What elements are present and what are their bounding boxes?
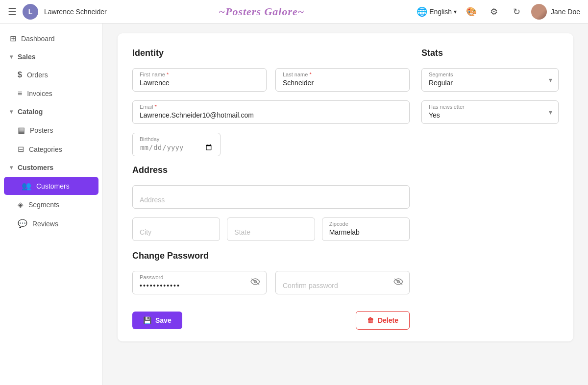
orders-icon: $ <box>18 71 22 79</box>
lang-chevron-icon: ▾ <box>454 8 457 15</box>
delete-button[interactable]: 🗑 Delete <box>356 311 410 330</box>
segments-select[interactable]: Regular Premium VIP <box>429 79 551 87</box>
invoices-icon: ≡ <box>18 89 22 98</box>
newsletter-row: Has newsletter Yes No ▾ <box>421 100 559 124</box>
sidebar-item-reviews[interactable]: 💬 Reviews <box>0 215 102 233</box>
zipcode-field: Zipcode <box>322 217 410 241</box>
form-card: Identity First name * <box>118 33 573 341</box>
password-label: Password <box>140 274 163 280</box>
profile-avatar <box>531 4 547 20</box>
segments-label: Segments <box>429 72 453 77</box>
customers-chevron-icon: ▾ <box>10 164 13 171</box>
left-panel: Identity First name * <box>132 48 410 330</box>
main-layout: ⊞ Dashboard ▾ Sales $ Orders ≡ Invoices … <box>0 24 588 385</box>
delete-icon: 🗑 <box>367 316 374 324</box>
translate-icon: 🌐 <box>416 6 427 17</box>
sidebar-label-customers-group: Customers <box>18 164 53 171</box>
sidebar-item-posters[interactable]: ▦ Posters <box>0 121 102 139</box>
newsletter-select[interactable]: Yes No <box>429 111 551 119</box>
sidebar-label-invoices: Invoices <box>27 90 52 97</box>
sidebar-item-dashboard[interactable]: ⊞ Dashboard <box>0 29 102 48</box>
address-row <box>132 185 410 209</box>
sidebar-item-orders[interactable]: $ Orders <box>0 66 102 84</box>
birthday-input[interactable] <box>140 143 213 152</box>
sidebar-item-invoices[interactable]: ≡ Invoices <box>0 85 102 102</box>
categories-icon: ⊟ <box>18 144 24 154</box>
city-input[interactable] <box>140 228 213 236</box>
sidebar-group-customers[interactable]: ▾ Customers <box>0 159 102 176</box>
sidebar: ⊞ Dashboard ▾ Sales $ Orders ≡ Invoices … <box>0 24 103 385</box>
confirm-password-field <box>275 271 410 294</box>
reviews-icon: 💬 <box>18 219 27 228</box>
dashboard-icon: ⊞ <box>10 34 16 43</box>
main-content: Identity First name * <box>132 48 559 330</box>
segments-row: Segments Regular Premium VIP ▾ <box>421 68 559 92</box>
language-selector[interactable]: 🌐 English ▾ <box>416 6 457 17</box>
password-title: Change Password <box>132 251 410 261</box>
menu-icon[interactable]: ☰ <box>8 6 17 18</box>
last-name-input[interactable] <box>283 79 402 87</box>
password-section: Change Password Password <box>132 251 410 294</box>
zipcode-input[interactable] <box>329 228 402 236</box>
sales-chevron-icon: ▾ <box>10 53 13 60</box>
save-label: Save <box>155 316 172 324</box>
sidebar-group-catalog[interactable]: ▾ Catalog <box>0 103 102 120</box>
newsletter-label: Has newsletter <box>429 104 465 110</box>
right-panel: Stats Segments Regular Premium VIP ▾ <box>421 48 559 330</box>
brand-title: ~Posters Galore~ <box>113 5 411 18</box>
sidebar-item-categories[interactable]: ⊟ Categories <box>0 140 102 158</box>
confirm-password-input[interactable] <box>283 282 402 289</box>
password-row: Password <box>132 271 410 294</box>
topbar-right: 🌐 English ▾ 🎨 ⚙ ↻ Jane Doe <box>416 4 580 20</box>
profile-name: Jane Doe <box>551 8 580 16</box>
sidebar-label-orders: Orders <box>27 71 48 79</box>
posters-icon: ▦ <box>18 125 25 135</box>
identity-section: Identity First name * <box>132 48 410 165</box>
sidebar-item-customers[interactable]: 👥 Customers <box>4 177 98 195</box>
address-input[interactable] <box>140 196 402 204</box>
customers-icon: 👥 <box>22 181 31 191</box>
first-name-field: First name * <box>132 68 267 92</box>
birthday-label: Birthday <box>140 136 159 142</box>
address-field <box>132 185 410 209</box>
sidebar-group-sales[interactable]: ▾ Sales <box>0 48 102 65</box>
email-input[interactable] <box>140 111 402 119</box>
first-name-input[interactable] <box>140 79 259 87</box>
topbar-user-name: Lawrence Schneider <box>44 8 107 16</box>
segments-icon: ◈ <box>18 200 24 209</box>
palette-icon[interactable]: 🎨 <box>464 4 479 20</box>
sidebar-item-segments[interactable]: ◈ Segments <box>0 196 102 214</box>
content-area: Identity First name * <box>103 24 588 385</box>
save-button[interactable]: 💾 Save <box>132 312 182 329</box>
sidebar-label-customers: Customers <box>36 182 70 190</box>
last-name-label: Last name * <box>283 72 312 77</box>
birthday-row: Birthday <box>132 133 220 156</box>
name-row: First name * Last name * <box>132 68 410 92</box>
sidebar-label-posters: Posters <box>30 126 53 134</box>
birthday-field: Birthday <box>132 133 220 156</box>
state-input[interactable] <box>234 228 307 236</box>
city-state-zip-row: Zipcode <box>132 217 410 241</box>
stats-title: Stats <box>421 48 559 58</box>
sidebar-label-segments: Segments <box>28 201 59 209</box>
sidebar-label-catalog: Catalog <box>18 108 43 116</box>
user-profile[interactable]: Jane Doe <box>531 4 580 20</box>
identity-title: Identity <box>132 48 410 58</box>
save-icon: 💾 <box>143 316 151 324</box>
password-input[interactable] <box>140 282 259 289</box>
email-label: Email * <box>140 104 157 110</box>
password-field: Password <box>132 271 267 294</box>
settings-icon[interactable]: ⚙ <box>486 4 502 20</box>
email-row: Email * <box>132 100 410 124</box>
topbar: ☰ L Lawrence Schneider ~Posters Galore~ … <box>0 0 588 24</box>
first-name-label: First name * <box>140 72 169 77</box>
catalog-chevron-icon: ▾ <box>10 108 13 115</box>
sidebar-label-reviews: Reviews <box>32 220 58 228</box>
refresh-icon[interactable]: ↻ <box>509 4 524 20</box>
segments-field: Segments Regular Premium VIP ▾ <box>421 68 559 92</box>
sidebar-label-sales: Sales <box>18 53 36 61</box>
confirm-eye-icon[interactable] <box>393 278 403 287</box>
user-avatar: L <box>23 4 38 20</box>
zipcode-label: Zipcode <box>329 221 348 227</box>
password-eye-icon[interactable] <box>250 278 260 287</box>
